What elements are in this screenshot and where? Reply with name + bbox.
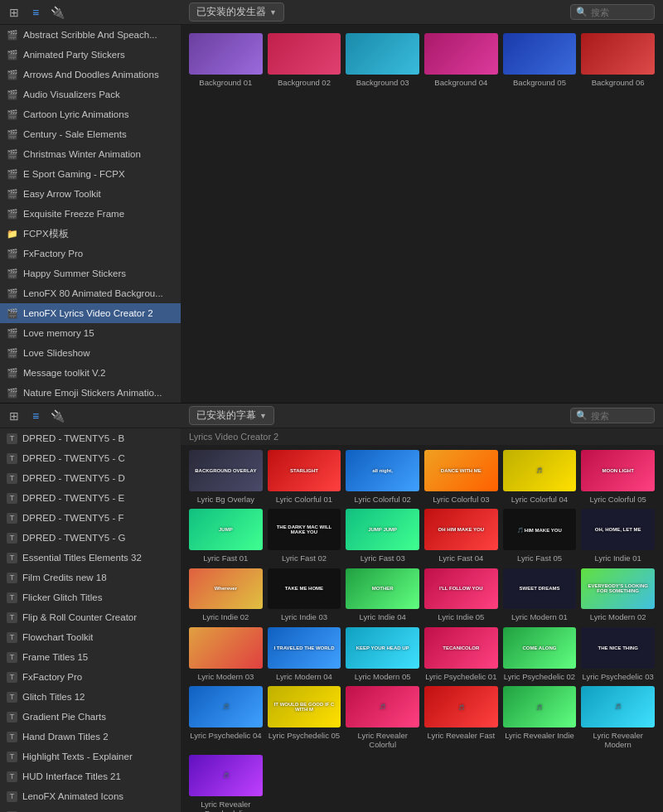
bottom-sidebar-item-9[interactable]: TFlip & Roll Counter Creator xyxy=(0,607,181,627)
bottom-grid-item-12[interactable]: WhereverLyric Indie 02 xyxy=(189,568,263,622)
bottom-grid-item-18[interactable]: Lyric Modern 03 xyxy=(189,627,263,681)
sidebar-item-icon: 🎬 xyxy=(7,29,18,41)
top-sidebar-item-16[interactable]: 🎬Love Slideshow xyxy=(0,343,181,363)
top-sidebar-item-8[interactable]: 🎬Easy Arrow Toolkit xyxy=(0,184,181,204)
bottom-grid-item-25[interactable]: IT WOULD BE GOOD IF C WITH MLyric Psyche… xyxy=(268,686,341,750)
bottom-grid-item-24[interactable]: 🎵Lyric Psychedelic 04 xyxy=(189,686,263,750)
top-sidebar-item-5[interactable]: 🎬Century - Sale Elements xyxy=(0,124,181,144)
bottom-grid-item-15[interactable]: I'LL FOLLOW YOULyric Indie 05 xyxy=(424,568,498,622)
top-sidebar-item-3[interactable]: 🎬Audio Visualizers Pack xyxy=(0,85,181,104)
bottom-grid-item-5[interactable]: MOON LIGHTLyric Colorful 05 xyxy=(581,450,655,504)
grid-thumb: THE NICE THING xyxy=(581,627,655,669)
bottom-grid-icon[interactable]: ⊞ xyxy=(7,408,22,423)
bottom-grid-item-27[interactable]: 🎵Lyric Revealer Fast xyxy=(424,686,498,750)
bottom-grid-item-14[interactable]: MOTHERLyric Indie 04 xyxy=(346,568,419,622)
bottom-grid-item-13[interactable]: TAKE ME HOMELyric Indie 03 xyxy=(268,568,341,622)
bottom-sidebar-item-5[interactable]: TDPRED - TWENTY5 - G xyxy=(0,528,181,548)
bottom-grid-item-3[interactable]: DANCE WITH MELyric Colorful 03 xyxy=(424,450,498,504)
top-sidebar-item-11[interactable]: 🎬FxFactory Pro xyxy=(0,244,181,263)
top-sidebar-item-6[interactable]: 🎬Christmas Winter Animation xyxy=(0,144,181,164)
bottom-grid-item-26[interactable]: 🎵Lyric Revealer Colorful xyxy=(346,686,419,750)
grid-label: Lyric Revealer Fast xyxy=(428,731,495,740)
top-sidebar-item-13[interactable]: 🎬LenoFX 80 Animated Backgrou... xyxy=(0,283,181,303)
grid-label: Lyric Modern 03 xyxy=(197,672,254,681)
top-sidebar-item-10[interactable]: 📁FCPX模板 xyxy=(0,224,181,244)
bottom-grid-item-1[interactable]: STARLIGHTLyric Colorful 01 xyxy=(268,450,341,504)
bottom-grid-item-21[interactable]: TECANICOLORLyric Psychedelic 01 xyxy=(424,627,498,681)
bottom-sidebar-item-19[interactable]: TLenoFX App Promo Tool Kit xyxy=(0,806,181,812)
bottom-sidebar-item-14[interactable]: TGradient Pie Charts xyxy=(0,707,181,727)
bottom-grid-item-22[interactable]: COME ALONGLyric Psychedelic 02 xyxy=(503,627,577,681)
top-sidebar-item-1[interactable]: 🎬Animated Party Stickers xyxy=(0,45,181,65)
bottom-sidebar-item-7[interactable]: TFilm Credits new 18 xyxy=(0,568,181,587)
top-search-box[interactable]: 🔍 xyxy=(570,4,655,20)
bottom-list-icon[interactable]: ≡ xyxy=(28,408,43,423)
bottom-grid-item-17[interactable]: EVERYBODY'S LOOKING FOR SOMETHINGLyric M… xyxy=(581,568,655,622)
top-grid-item-5[interactable]: Background 06 xyxy=(581,33,655,87)
sidebar-item-label: Gradient Pie Charts xyxy=(22,712,106,722)
bottom-sidebar-item-17[interactable]: THUD Interface Titles 21 xyxy=(0,766,181,786)
top-sidebar-item-12[interactable]: 🎬Happy Summer Stickers xyxy=(0,263,181,283)
bottom-sidebar-item-2[interactable]: TDPRED - TWENTY5 - D xyxy=(0,468,181,488)
top-sidebar-item-9[interactable]: 🎬Exquisite Freeze Frame xyxy=(0,204,181,224)
bottom-grid-item-4[interactable]: 🎵Lyric Colorful 04 xyxy=(503,450,577,504)
bottom-grid-item-10[interactable]: 🎵 HIM MAKE YOULyric Fast 05 xyxy=(503,509,577,563)
bottom-plugin-icon[interactable]: 🔌 xyxy=(50,408,65,423)
bottom-grid-item-28[interactable]: 🎵Lyric Revealer Indie xyxy=(503,686,577,750)
bottom-sidebar-item-0[interactable]: TDPRED - TWENTY5 - B xyxy=(0,428,181,448)
bottom-sidebar-item-11[interactable]: TFrame Titles 15 xyxy=(0,647,181,667)
grid-thumb: SWEET DREAMS xyxy=(503,568,577,610)
bottom-sidebar-item-12[interactable]: TFxFactory Pro xyxy=(0,667,181,687)
grid-icon[interactable]: ⊞ xyxy=(7,5,22,20)
bottom-grid-item-0[interactable]: BACKGROUND OVERLAYLyric Bg Overlay xyxy=(189,450,263,504)
grid-label: Lyric Modern 02 xyxy=(590,612,646,621)
top-sidebar-item-7[interactable]: 🎬E Sport Gaming - FCPX xyxy=(0,164,181,184)
top-grid-item-2[interactable]: Background 03 xyxy=(346,33,419,87)
top-sidebar-item-14[interactable]: 🎬LenoFX Lyrics Video Creator 2↓ xyxy=(0,303,181,323)
sidebar-item-icon: T xyxy=(7,652,17,663)
bottom-grid-item-8[interactable]: JUMP JUMPLyric Fast 03 xyxy=(346,509,419,563)
bottom-sidebar-item-4[interactable]: TDPRED - TWENTY5 - F xyxy=(0,508,181,528)
bottom-grid-item-16[interactable]: SWEET DREAMSLyric Modern 01 xyxy=(503,568,577,622)
bottom-grid-item-6[interactable]: JUMPLyric Fast 01 xyxy=(189,509,263,563)
bottom-dropdown[interactable]: 已安装的字幕 ▼ xyxy=(189,406,274,425)
bottom-grid-item-2[interactable]: all night,Lyric Colorful 02 xyxy=(346,450,419,504)
top-sidebar-item-15[interactable]: 🎬Love memory 15 xyxy=(0,323,181,343)
bottom-grid-item-19[interactable]: I TRAVELED THE WORLDLyric Modern 04 xyxy=(268,627,341,681)
plugin-icon[interactable]: 🔌 xyxy=(50,5,65,20)
bottom-sidebar-item-1[interactable]: TDPRED - TWENTY5 - C xyxy=(0,448,181,468)
grid-thumb xyxy=(346,33,419,75)
bottom-sidebar-item-13[interactable]: TGlitch Titles 12 xyxy=(0,687,181,707)
list-icon[interactable]: ≡ xyxy=(28,5,43,20)
top-search-input[interactable] xyxy=(591,7,649,17)
bottom-sidebar-item-10[interactable]: TFlowchart Toolkit xyxy=(0,627,181,647)
bottom-grid-item-11[interactable]: OH, HOME, LET MELyric Indie 01 xyxy=(581,509,655,563)
top-grid-item-4[interactable]: Background 05 xyxy=(503,33,577,87)
bottom-sidebar-item-16[interactable]: THighlight Texts - Explainer xyxy=(0,747,181,766)
bottom-grid-item-20[interactable]: KEEP YOUR HEAD UPLyric Modern 05 xyxy=(346,627,419,681)
bottom-grid-item-29[interactable]: 🎵Lyric Revealer Modern xyxy=(581,686,655,750)
bottom-grid-item-7[interactable]: THE DARKY MAC WILL MAKE YOULyric Fast 02 xyxy=(268,509,341,563)
bottom-sidebar-item-15[interactable]: THand Drawn Titles 2 xyxy=(0,727,181,747)
thumb-text: Wherever xyxy=(213,585,239,592)
bottom-grid-item-23[interactable]: THE NICE THINGLyric Psychedelic 03 xyxy=(581,627,655,681)
top-sidebar-item-2[interactable]: 🎬Arrows And Doodles Animations xyxy=(0,65,181,85)
bottom-grid-item-30[interactable]: 🎵Lyric Revealer Psychedelic xyxy=(189,755,263,812)
top-grid-item-3[interactable]: Background 04 xyxy=(424,33,498,87)
bottom-sidebar-item-8[interactable]: TFlicker Glitch Titles xyxy=(0,587,181,607)
bottom-search-box[interactable]: 🔍 xyxy=(570,408,655,423)
bottom-sidebar-item-18[interactable]: TLenoFX Animated Icons xyxy=(0,786,181,806)
top-sidebar-item-0[interactable]: 🎬Abstract Scribble And Speach... xyxy=(0,25,181,45)
top-sidebar-item-18[interactable]: 🎬Nature Emoji Stickers Animatio... xyxy=(0,383,181,403)
top-dropdown[interactable]: 已安装的发生器 ▼ xyxy=(189,2,284,22)
bottom-search-input[interactable] xyxy=(591,411,649,421)
bottom-sidebar-item-6[interactable]: TEssential Titles Elements 32 xyxy=(0,548,181,568)
bottom-sidebar-item-3[interactable]: TDPRED - TWENTY5 - E xyxy=(0,488,181,508)
top-grid-item-1[interactable]: Background 02 xyxy=(268,33,341,87)
top-grid-item-0[interactable]: Background 01 xyxy=(189,33,263,87)
bottom-grid-item-9[interactable]: OH HIM MAKE YOULyric Fast 04 xyxy=(424,509,498,563)
grid-thumb: JUMP JUMP xyxy=(346,509,419,550)
top-sidebar-item-17[interactable]: 🎬Message toolkit V.2 xyxy=(0,363,181,383)
thumb-text: BACKGROUND OVERLAY xyxy=(193,467,258,474)
top-sidebar-item-4[interactable]: 🎬Cartoon Lyric Animations xyxy=(0,104,181,124)
